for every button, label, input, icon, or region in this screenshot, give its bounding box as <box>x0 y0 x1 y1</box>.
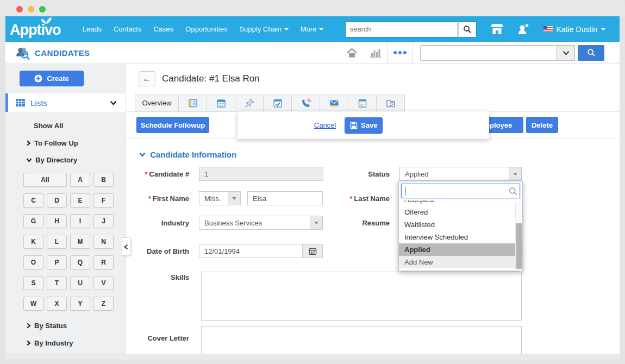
zoom-window-button[interactable] <box>39 6 46 12</box>
industry-select[interactable]: Business Services <box>199 216 323 230</box>
status-option-accepted[interactable]: Accepted <box>399 200 522 206</box>
letter-filter-k[interactable]: K <box>23 235 43 249</box>
nav-item-more[interactable]: More <box>301 25 324 33</box>
letter-filter-x[interactable]: X <box>47 297 67 311</box>
dropdown-scrollbar[interactable] <box>515 202 522 269</box>
letter-filter-l[interactable]: L <box>47 235 67 249</box>
letter-filter-f[interactable]: F <box>93 193 114 208</box>
letter-filter-o[interactable]: O <box>23 255 43 269</box>
nav-item-contacts[interactable]: Contacts <box>114 25 141 33</box>
letter-filter-a[interactable]: A <box>70 173 90 187</box>
status-option-applied[interactable]: Applied <box>399 243 522 256</box>
select-arrow-button[interactable] <box>228 192 240 205</box>
top-navigation-bar: Apptivo Leads Contacts Cases Opportuniti… <box>5 16 620 42</box>
sidebar-item-by-industry[interactable]: By Industry <box>5 339 126 347</box>
sidebar-item-to-follow-up[interactable]: To Follow Up <box>5 139 126 147</box>
letter-filter-i[interactable]: I <box>70 214 90 228</box>
schedule-followup-button[interactable]: Schedule Followup <box>136 117 209 133</box>
letter-filter-r[interactable]: R <box>93 255 114 269</box>
nav-item-opportunities[interactable]: Opportunities <box>185 25 227 33</box>
letter-filter-g[interactable]: G <box>23 214 43 228</box>
search-filter-dropdown-button[interactable] <box>557 45 575 61</box>
save-bar: Cancel Save <box>238 111 489 139</box>
sidebar-item-show-all[interactable]: Show All <box>5 122 126 130</box>
letter-filter-t[interactable]: T <box>47 276 67 290</box>
letter-filter-m[interactable]: M <box>70 235 90 249</box>
close-window-button[interactable] <box>16 6 23 12</box>
nav-item-supply-chain[interactable]: Supply Chain <box>239 25 288 33</box>
caret-down-icon <box>284 28 289 30</box>
tab-documents[interactable] <box>376 95 405 111</box>
dropdown-scrollbar-thumb[interactable] <box>516 223 522 269</box>
select-arrow-button[interactable] <box>310 216 322 229</box>
tab-tasks[interactable] <box>263 95 292 111</box>
global-search-input[interactable] <box>345 21 458 37</box>
letter-filter-e[interactable]: E <box>70 193 90 208</box>
letter-filter-p[interactable]: P <box>47 255 67 269</box>
global-search-button[interactable] <box>458 21 477 37</box>
save-button[interactable]: Save <box>345 117 383 134</box>
letter-filter-h[interactable]: H <box>47 214 67 228</box>
sidebar-item-lists[interactable]: Lists <box>5 93 126 112</box>
candidate-number-input[interactable] <box>199 167 323 181</box>
documents-icon <box>385 98 396 109</box>
home-button[interactable] <box>340 42 364 64</box>
sidebar-collapse-handle[interactable] <box>122 237 131 256</box>
status-dropdown-search-input[interactable] <box>402 184 507 198</box>
create-button[interactable]: Create <box>20 71 84 86</box>
delete-button[interactable]: Delete <box>526 117 558 133</box>
status-select[interactable]: Applied <box>399 167 522 181</box>
minimize-window-button[interactable] <box>28 6 34 12</box>
more-options-button[interactable] <box>388 42 412 64</box>
last-name-label: *Last Name <box>326 194 390 203</box>
object-search-input[interactable] <box>421 46 557 60</box>
select-arrow-button[interactable] <box>509 167 521 180</box>
caret-down-icon <box>319 28 323 30</box>
name-prefix-select[interactable]: Miss. <box>199 191 241 205</box>
letter-filter-u[interactable]: U <box>70 276 90 290</box>
letter-filter-y[interactable]: Y <box>70 297 90 311</box>
letter-filter-all[interactable]: All <box>23 173 67 187</box>
nav-item-cases[interactable]: Cases <box>153 25 173 33</box>
tab-overview[interactable]: Overview <box>135 95 179 111</box>
letter-filter-c[interactable]: C <box>23 193 43 208</box>
tab-calendar[interactable] <box>207 95 235 111</box>
letter-filter-z[interactable]: Z <box>93 297 114 311</box>
letter-filter-n[interactable]: N <box>93 235 114 249</box>
tab-call-logs[interactable] <box>291 95 320 111</box>
letter-filter-s[interactable]: S <box>23 276 43 290</box>
user-menu[interactable]: Katie Dustin <box>543 25 605 34</box>
status-option-offered[interactable]: Offered <box>399 206 522 218</box>
object-search-button[interactable] <box>578 45 604 61</box>
nav-item-leads[interactable]: Leads <box>83 25 102 33</box>
save-disk-icon <box>350 122 358 129</box>
letter-filter-w[interactable]: W <box>23 297 43 311</box>
status-option-add-new[interactable]: Add New <box>399 256 522 268</box>
apptivo-logo[interactable]: Apptivo <box>10 20 61 39</box>
invite-user-button[interactable] <box>517 23 529 35</box>
letter-filter-j[interactable]: J <box>93 214 114 228</box>
caret-down-icon <box>513 173 517 175</box>
reports-button[interactable] <box>364 42 388 64</box>
tab-emails[interactable] <box>320 95 348 111</box>
cover-letter-label: Cover Letter <box>126 334 189 342</box>
date-of-birth-input[interactable] <box>199 244 303 258</box>
status-option-interview-scheduled[interactable]: Interview Scheduled <box>399 231 522 243</box>
sidebar-item-by-status[interactable]: By Status <box>5 322 126 330</box>
date-picker-button[interactable] <box>303 244 323 258</box>
section-candidate-information[interactable]: Candidate Information <box>139 150 236 159</box>
letter-filter-q[interactable]: Q <box>70 255 90 269</box>
skills-textarea[interactable] <box>201 272 522 321</box>
sidebar-item-by-directory[interactable]: By Directory <box>5 156 126 164</box>
tab-news-feed[interactable] <box>178 95 207 111</box>
status-option-waitlisted[interactable]: Waitlisted <box>399 218 522 231</box>
letter-filter-v[interactable]: V <box>93 276 114 290</box>
tab-followups[interactable] <box>235 95 264 111</box>
back-button[interactable]: ← <box>139 71 155 86</box>
app-store-button[interactable] <box>491 23 503 35</box>
letter-filter-b[interactable]: B <box>93 173 114 187</box>
letter-filter-d[interactable]: D <box>47 193 67 208</box>
cancel-link[interactable]: Cancel <box>314 121 336 129</box>
tab-notes[interactable] <box>348 95 377 111</box>
first-name-input[interactable] <box>247 191 323 205</box>
